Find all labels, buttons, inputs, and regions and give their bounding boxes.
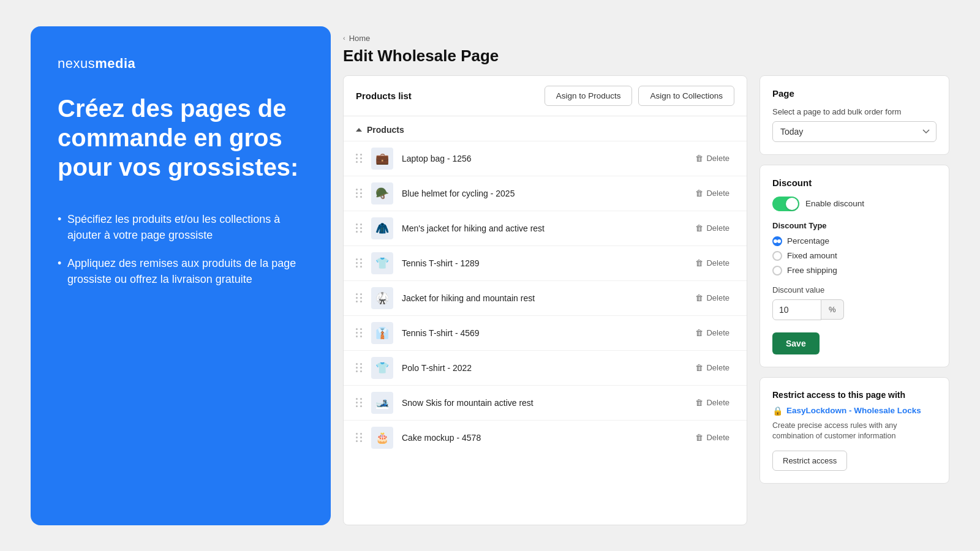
table-row: 👔 Tennis T-shirt - 4569 🗑 Delete xyxy=(344,315,747,350)
product-name: Cake mockup - 4578 xyxy=(402,433,682,443)
trash-icon: 🗑 xyxy=(695,433,703,442)
drag-handle-icon[interactable] xyxy=(356,398,363,407)
delete-button[interactable]: 🗑 Delete xyxy=(690,361,734,375)
page-title: Edit Wholesale Page xyxy=(343,47,949,66)
product-thumbnail: 🥋 xyxy=(371,287,393,309)
left-panel: nexusmedia Créez des pages de commande e… xyxy=(31,26,331,525)
products-header: Products list Asign to Products Asign to… xyxy=(344,76,747,116)
drag-handle-icon[interactable] xyxy=(356,154,363,163)
brand-name-regular: nexus xyxy=(58,56,95,71)
discount-type-label: Discount Type xyxy=(772,221,937,230)
restrict-description: Create precise access rules with any com… xyxy=(772,421,937,442)
product-name: Snow Skis for mountain active rest xyxy=(402,398,682,408)
delete-button[interactable]: 🗑 Delete xyxy=(690,151,734,165)
delete-button[interactable]: 🗑 Delete xyxy=(690,291,734,305)
discount-title: Discount xyxy=(772,178,937,188)
main-area: Products list Asign to Products Asign to… xyxy=(343,75,949,525)
table-row: 🎿 Snow Skis for mountain active rest 🗑 D… xyxy=(344,385,747,420)
discount-type-radio-group: Percentage Fixed amount Free shipping xyxy=(772,236,937,276)
table-row: 🎂 Cake mockup - 4578 🗑 Delete xyxy=(344,420,747,455)
table-row: 🪖 Blue helmet for cycling - 2025 🗑 Delet… xyxy=(344,176,747,211)
trash-icon: 🗑 xyxy=(695,154,703,163)
radio-percentage-circle xyxy=(772,236,782,246)
product-name: Jacket for hiking and mountain rest xyxy=(402,293,682,303)
table-row: 👕 Tennis T-shirt - 1289 🗑 Delete xyxy=(344,246,747,280)
bullet-item-1: Spécifiez les produits et/ou les collect… xyxy=(58,211,304,243)
trash-icon: 🗑 xyxy=(695,258,703,268)
product-thumbnail: 🎿 xyxy=(371,392,393,414)
page-card: Page Select a page to add bulk order for… xyxy=(760,75,949,155)
page-select[interactable]: Today xyxy=(772,121,937,142)
product-name: Men's jacket for hiking and active rest xyxy=(402,223,682,233)
drag-handle-icon[interactable] xyxy=(356,328,363,337)
product-thumbnail: 👔 xyxy=(371,322,393,344)
easylockdown-link[interactable]: 🔒 EasyLockdown - Wholesale Locks xyxy=(772,406,937,416)
delete-button[interactable]: 🗑 Delete xyxy=(690,186,734,200)
page-select-label: Select a page to add bulk order form xyxy=(772,107,937,116)
delete-button[interactable]: 🗑 Delete xyxy=(690,326,734,340)
breadcrumb-home-link[interactable]: Home xyxy=(349,34,371,43)
brand-name-bold: media xyxy=(95,56,135,71)
table-row: 👕 Polo T-shirt - 2022 🗑 Delete xyxy=(344,350,747,385)
radio-percentage[interactable]: Percentage xyxy=(772,236,937,246)
trash-icon: 🗑 xyxy=(695,293,703,302)
radio-free-shipping[interactable]: Free shipping xyxy=(772,266,937,276)
breadcrumb: ‹ Home xyxy=(343,34,949,43)
products-section-label: Products xyxy=(344,116,747,141)
drag-handle-icon[interactable] xyxy=(356,258,363,268)
trash-icon: 🗑 xyxy=(695,363,703,372)
restrict-card-title: Restrict access to this page with xyxy=(772,390,937,400)
toggle-row: Enable discount xyxy=(772,197,937,211)
product-thumbnail: 👕 xyxy=(371,252,393,274)
delete-button[interactable]: 🗑 Delete xyxy=(690,221,734,235)
product-name: Tennis T-shirt - 4569 xyxy=(402,328,682,338)
delete-button[interactable]: 🗑 Delete xyxy=(690,395,734,410)
table-row: 🥋 Jacket for hiking and mountain rest 🗑 … xyxy=(344,280,747,315)
radio-fixed-amount[interactable]: Fixed amount xyxy=(772,251,937,261)
product-name: Blue helmet for cycling - 2025 xyxy=(402,189,682,198)
restrict-access-button[interactable]: Restrict access xyxy=(772,451,847,471)
enable-discount-label: Enable discount xyxy=(805,199,864,208)
delete-button[interactable]: 🗑 Delete xyxy=(690,256,734,270)
assign-collections-button[interactable]: Asign to Collections xyxy=(638,86,734,106)
product-name: Tennis T-shirt - 1289 xyxy=(402,258,682,268)
chevron-up-icon xyxy=(356,128,362,132)
page-card-title: Page xyxy=(772,88,937,99)
center-panel: Products list Asign to Products Asign to… xyxy=(343,75,747,525)
discount-value-row: % xyxy=(772,299,937,320)
product-name: Polo T-shirt - 2022 xyxy=(402,363,682,373)
radio-fixed-circle xyxy=(772,251,782,261)
enable-discount-toggle[interactable] xyxy=(772,197,799,211)
brand-logo: nexusmedia xyxy=(58,56,304,72)
product-thumbnail: 🪖 xyxy=(371,182,393,204)
discount-card: Discount Enable discount Discount Type P… xyxy=(760,165,949,367)
table-row: 💼 Laptop bag - 1256 🗑 Delete xyxy=(344,141,747,176)
hero-title: Créez des pages de commande en gros pour… xyxy=(58,94,304,182)
product-thumbnail: 🎂 xyxy=(371,427,393,449)
discount-suffix: % xyxy=(821,299,844,320)
assign-products-button[interactable]: Asign to Products xyxy=(545,86,633,106)
products-list-label: Products list xyxy=(356,91,412,101)
trash-icon: 🗑 xyxy=(695,328,703,337)
drag-handle-icon[interactable] xyxy=(356,433,363,442)
page-header: ‹ Home Edit Wholesale Page xyxy=(343,26,949,75)
save-button[interactable]: Save xyxy=(772,332,820,354)
product-thumbnail: 👕 xyxy=(371,357,393,379)
drag-handle-icon[interactable] xyxy=(356,223,363,233)
right-content: ‹ Home Edit Wholesale Page Products list… xyxy=(343,26,949,525)
table-row: 🧥 Men's jacket for hiking and active res… xyxy=(344,211,747,246)
product-thumbnail: 🧥 xyxy=(371,217,393,239)
discount-value-input[interactable] xyxy=(772,299,821,320)
breadcrumb-chevron-icon: ‹ xyxy=(343,34,345,42)
section-label-text: Products xyxy=(367,125,404,135)
radio-free-shipping-circle xyxy=(772,266,782,276)
right-sidebar: Page Select a page to add bulk order for… xyxy=(760,75,949,525)
drag-handle-icon[interactable] xyxy=(356,293,363,302)
lock-icon: 🔒 xyxy=(772,406,783,416)
delete-button[interactable]: 🗑 Delete xyxy=(690,430,734,444)
drag-handle-icon[interactable] xyxy=(356,363,363,372)
trash-icon: 🗑 xyxy=(695,189,703,198)
bullet-list: Spécifiez les produits et/ou les collect… xyxy=(58,211,304,287)
discount-value-label: Discount value xyxy=(772,285,937,294)
drag-handle-icon[interactable] xyxy=(356,189,363,198)
